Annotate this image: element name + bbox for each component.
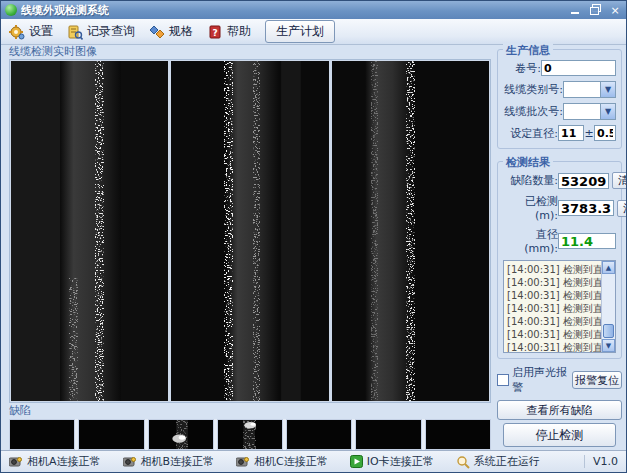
camera-b-status-text: 相机B连接正常 [141,454,215,469]
io-card-icon [350,455,363,468]
camera-views [9,59,491,403]
cable-category-select[interactable]: ▼ [563,81,616,98]
scrollbar-thumb[interactable] [603,324,614,338]
cable-batch-value [564,104,600,119]
cable-category-label: 线缆类别号: [503,82,563,97]
production-info-group: 生产信息 卷号: 线缆类别号: ▼ 线缆批次号: ▼ [497,49,622,149]
defect-count-label: 缺陷数量: [503,173,558,188]
log-entry: [14:00:31] 检测到直径不合格 [507,341,599,353]
log-entry: [14:00:31] 检测到直径不合格 [507,276,599,289]
defect-thumbnail[interactable] [425,419,491,450]
restore-icon[interactable] [588,4,602,17]
minimize-icon[interactable] [568,4,582,17]
alarm-reset-button[interactable]: 报警复位 [572,371,622,389]
set-diameter-input[interactable] [558,125,584,141]
alarm-controls-row: 启用声光报警 报警复位 [497,365,622,395]
camera-a-status-text: 相机A连接正常 [27,454,101,469]
diameter-value: 11.4 [558,233,616,249]
camera-icon [123,456,137,468]
live-view-area: 线缆检测实时图像 [9,46,491,449]
scroll-up-icon[interactable]: ▲ [602,261,615,274]
spec-button[interactable]: 规格 [149,23,193,40]
settings-label: 设置 [29,23,53,40]
defect-thumbnail[interactable] [9,419,75,450]
camera-b-status: 相机B连接正常 [123,454,215,469]
app-window: 线缆外观检测系统 × 设置 记录查询 [0,0,627,473]
detected-length-label: 已检测(m): [503,194,558,222]
io-card-status-text: IO卡连接正常 [367,454,434,469]
camera-c-status-text: 相机C连接正常 [254,454,328,469]
side-panel: 生产信息 卷号: 线缆类别号: ▼ 线缆批次号: ▼ [497,46,622,449]
scroll-down-icon[interactable]: ▼ [602,339,615,352]
diameter-label: 直径(mm): [503,227,558,255]
record-query-icon [67,24,83,40]
cable-batch-select[interactable]: ▼ [563,103,616,120]
search-icon [456,455,470,469]
alarm-checkbox-label: 启用声光报警 [512,365,572,395]
live-image-label: 线缆检测实时图像 [9,46,491,59]
spec-icon [149,24,165,40]
clear-defect-count-button[interactable]: 清零 [612,172,627,189]
view-all-defects-button[interactable]: 查看所有缺陷 [497,400,622,420]
log-entry: [14:00:31] 检测到直径不合格 [507,302,599,315]
spec-label: 规格 [169,23,193,40]
cable-batch-label: 线缆批次号: [503,104,563,119]
close-icon[interactable]: × [608,4,622,17]
camera-view-c [332,61,489,401]
system-running-status-text: 系统正在运行 [474,454,540,469]
set-diameter-label: 设定直径: [503,126,558,141]
stop-detection-button[interactable]: 停止检测 [503,423,616,447]
system-running-status: 系统正在运行 [456,454,540,469]
defect-thumbnail[interactable] [355,419,421,450]
record-query-label: 记录查询 [87,23,135,40]
detection-result-group: 检测结果 缺陷数量: 53209 清零 已检测(m): 3783.3 清零 直径… [497,161,622,359]
help-label: 帮助 [227,23,251,40]
settings-icon [9,24,25,40]
chevron-down-icon[interactable]: ▼ [600,104,615,119]
cable-category-value [564,82,600,97]
detection-result-title: 检测结果 [503,155,553,170]
defect-thumbnail[interactable] [148,419,214,450]
defect-thumbnail[interactable] [286,419,352,450]
camera-icon [236,456,250,468]
defect-thumbnail[interactable] [217,419,283,450]
log-scrollbar[interactable]: ▲ ▼ [601,261,615,352]
app-icon [5,4,17,16]
camera-c-status: 相机C连接正常 [236,454,328,469]
production-plan-button[interactable]: 生产计划 [265,20,335,43]
camera-a-status: 相机A连接正常 [9,454,101,469]
toolbar: 设置 记录查询 规格 ? 帮助 生产计划 [1,19,626,45]
client-area: 线缆检测实时图像 [1,46,626,449]
camera-view-a [11,61,168,401]
status-bar: 相机A连接正常 相机B连接正常 相机C连接正常 IO卡连接正常 [1,450,626,472]
log-entry: [14:00:31] 检测到直径不合格 [507,328,599,341]
chevron-down-icon[interactable]: ▼ [600,82,615,97]
production-info-title: 生产信息 [503,43,553,58]
plus-minus-sign: ± [584,127,594,140]
record-query-button[interactable]: 记录查询 [67,23,135,40]
detected-length-value: 3783.3 [558,200,614,216]
roll-number-input[interactable] [541,60,616,76]
version-text: V1.0 [584,455,618,468]
camera-icon [9,456,23,468]
clear-detected-length-button[interactable]: 清零 [617,200,627,217]
defect-thumbnail[interactable] [78,419,144,450]
defect-thumbnails [9,419,491,450]
log-entry: [14:00:31] 检测到直径不合格 [507,289,599,302]
detection-log[interactable]: [14:00:31] 检测到直径不合格 [14:00:31] 检测到直径不合格 … [503,260,616,353]
help-icon: ? [207,24,223,40]
settings-button[interactable]: 设置 [9,23,53,40]
log-entry: [14:00:31] 检测到直径不合格 [507,315,599,328]
roll-number-label: 卷号: [503,61,541,76]
alarm-checkbox[interactable] [497,374,509,386]
defect-strip-label: 缺陷 [9,405,491,418]
io-card-status: IO卡连接正常 [350,454,434,469]
tolerance-input[interactable] [594,125,616,141]
camera-view-b [171,61,328,401]
log-entry: [14:00:31] 检测到直径不合格 [507,263,599,276]
help-button[interactable]: ? 帮助 [207,23,251,40]
defect-count-value: 53209 [558,173,609,189]
svg-text:?: ? [212,27,217,37]
window-title: 线缆外观检测系统 [21,3,109,18]
title-bar: 线缆外观检测系统 × [1,1,626,19]
